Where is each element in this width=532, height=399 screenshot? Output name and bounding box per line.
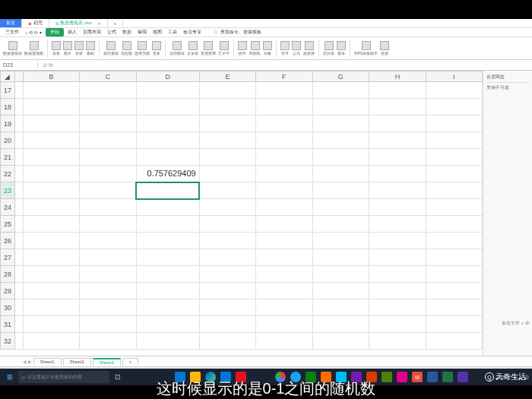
cell-B22[interactable] [23, 166, 79, 182]
menu-data[interactable]: 数据 [120, 29, 134, 36]
cell-A22[interactable] [14, 166, 23, 182]
cell-A30[interactable] [14, 299, 23, 316]
ribbon-wordart[interactable]: 艺术字 [218, 41, 230, 55]
cell-A20[interactable] [14, 132, 23, 149]
cell-I22[interactable] [426, 166, 482, 182]
cell-C17[interactable] [80, 82, 137, 99]
cell-C21[interactable] [80, 149, 137, 166]
ribbon-res[interactable]: 资源 [380, 41, 389, 55]
cell-A21[interactable] [14, 149, 23, 166]
row-28[interactable]: 28 [1, 266, 15, 283]
cell-C24[interactable] [80, 199, 137, 216]
cell-F27[interactable] [256, 249, 312, 266]
cell-E25[interactable] [199, 216, 255, 233]
ribbon-material[interactable]: 稻壳素材 [103, 41, 119, 55]
cell-G26[interactable] [312, 233, 369, 249]
ribbon-more[interactable]: 更多 [152, 41, 161, 55]
ribbon-pivotchart[interactable]: 数据透视图 [24, 41, 43, 55]
cell-H26[interactable] [369, 233, 426, 249]
ribbon-wps[interactable]: WPS表格助手 [354, 41, 378, 55]
row-27[interactable]: 27 [1, 249, 15, 266]
cell-I28[interactable] [426, 266, 482, 283]
cell-G21[interactable] [312, 149, 369, 166]
ribbon-slicer[interactable]: 切片器 [323, 41, 334, 55]
cell-A25[interactable] [14, 216, 23, 233]
cell-G31[interactable] [312, 316, 369, 333]
cell-I19[interactable] [426, 116, 482, 132]
cell-H30[interactable] [369, 299, 426, 316]
cell-E23[interactable] [199, 182, 255, 199]
row-21[interactable]: 21 [1, 149, 15, 166]
cell-B18[interactable] [23, 99, 79, 116]
cell-E31[interactable] [199, 316, 255, 333]
menu-formula[interactable]: 公式 [105, 29, 119, 36]
cell-H18[interactable] [369, 99, 426, 116]
sheet2[interactable]: Sheet2 [63, 358, 91, 365]
cell-B27[interactable] [23, 249, 79, 266]
ribbon-symbol[interactable]: 符号 [280, 41, 290, 55]
row-32[interactable]: 32 [1, 333, 15, 350]
cell-H22[interactable] [369, 166, 426, 182]
cell-I29[interactable] [426, 283, 482, 299]
cell-H32[interactable] [369, 333, 426, 350]
ribbon-camera[interactable]: 照相机 [249, 41, 261, 55]
cell-B17[interactable] [23, 82, 79, 99]
cell-H24[interactable] [369, 199, 426, 216]
cell-A31[interactable] [14, 316, 23, 333]
row-30[interactable]: 30 [1, 299, 15, 316]
cell-C30[interactable] [80, 299, 137, 316]
menu-pagelayout[interactable]: 页面布局 [81, 29, 103, 36]
cell-H17[interactable] [369, 82, 426, 99]
cell-A32[interactable] [14, 333, 23, 350]
cell-E21[interactable] [199, 149, 255, 166]
ribbon-flow[interactable]: 流程图 [121, 41, 132, 55]
ribbon-shape[interactable]: 形状 [74, 41, 84, 55]
cell-B21[interactable] [23, 149, 79, 166]
cell-H20[interactable] [369, 132, 426, 149]
ribbon-link[interactable]: 超链接 [303, 41, 315, 55]
cell-B28[interactable] [23, 266, 79, 283]
cell-I32[interactable] [426, 333, 482, 350]
ribbon-table[interactable]: 表格 [52, 41, 61, 55]
cell-D28[interactable] [136, 266, 199, 283]
cell-A19[interactable] [14, 116, 23, 132]
row-20[interactable]: 20 [1, 132, 15, 149]
cell-D23[interactable] [136, 182, 199, 199]
ribbon-pic[interactable]: 图片 [63, 41, 72, 55]
sheet1[interactable]: Sheet1 [33, 358, 62, 365]
cell-E28[interactable] [199, 266, 255, 283]
cell-G17[interactable] [312, 82, 369, 99]
cell-I27[interactable] [426, 249, 482, 266]
cell-E32[interactable] [199, 333, 255, 350]
col-G[interactable]: G [312, 71, 369, 82]
cell-D31[interactable] [136, 316, 199, 333]
ribbon-form[interactable]: 窗体 [337, 41, 346, 55]
cell-A17[interactable] [14, 82, 23, 99]
cell-G19[interactable] [312, 116, 369, 132]
cell-B19[interactable] [23, 116, 79, 132]
cell-F20[interactable] [256, 132, 312, 149]
cell-F25[interactable] [256, 216, 312, 233]
row-24[interactable]: 24 [1, 199, 15, 216]
cell-E19[interactable] [199, 116, 255, 132]
cell-C28[interactable] [80, 266, 137, 283]
cell-H21[interactable] [369, 149, 426, 166]
cell-C27[interactable] [80, 249, 137, 266]
row-19[interactable]: 19 [1, 116, 15, 132]
cell-I24[interactable] [426, 199, 482, 216]
tab-home[interactable]: 首页 [0, 19, 22, 27]
cell-A28[interactable] [14, 266, 23, 283]
cell-I20[interactable] [426, 132, 482, 149]
ribbon-object[interactable]: 对象 [263, 41, 272, 55]
row-23[interactable]: 23 [1, 182, 15, 199]
cell-F17[interactable] [256, 82, 312, 99]
cell-I23[interactable] [426, 182, 482, 199]
cell-E30[interactable] [199, 299, 255, 316]
cell-D29[interactable] [136, 283, 199, 299]
cell-C20[interactable] [80, 132, 137, 149]
ribbon-eq[interactable]: 公式 [292, 41, 301, 55]
tab-file[interactable]: S数据透视表.xlsx× [49, 19, 108, 27]
col-B[interactable]: B [23, 71, 79, 82]
cell-B32[interactable] [23, 333, 79, 350]
cell-F28[interactable] [256, 266, 312, 283]
